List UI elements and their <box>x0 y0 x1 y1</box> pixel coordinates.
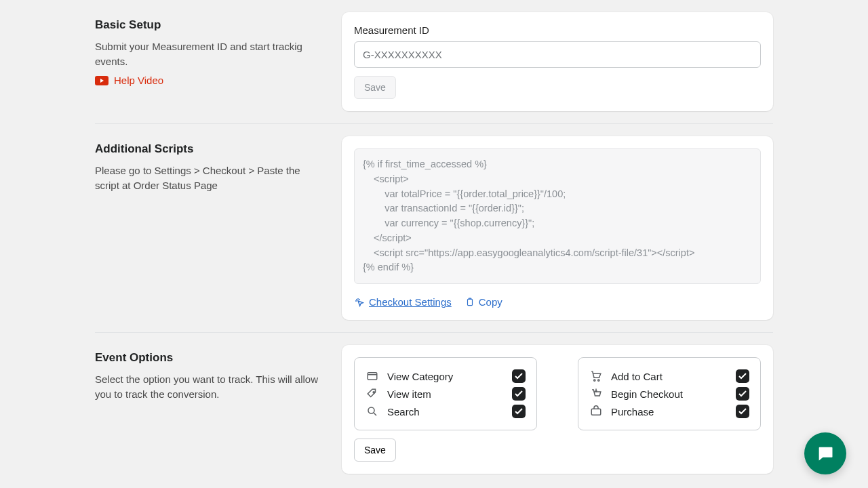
event-card-right: Add to Cart Begin Checkout <box>578 357 761 430</box>
code-line: {% endif %} <box>363 260 752 275</box>
event-view-item: View item <box>366 385 526 403</box>
svg-rect-1 <box>368 373 377 380</box>
code-line: <script> <box>363 172 752 187</box>
chat-icon <box>816 444 835 463</box>
scripts-card: {% if first_time_accessed %} <script> va… <box>342 136 773 320</box>
svg-point-2 <box>373 392 374 393</box>
events-save-button[interactable]: Save <box>354 439 396 462</box>
checkout-icon <box>589 387 603 401</box>
svg-point-4 <box>594 380 595 381</box>
cursor-click-icon <box>354 297 365 308</box>
help-video-link[interactable]: Help Video <box>95 75 163 86</box>
tag-icon <box>366 387 379 401</box>
basic-save-button[interactable]: Save <box>354 76 396 99</box>
event-card-left: View Category View item <box>354 357 537 430</box>
checkbox[interactable] <box>512 405 526 418</box>
scripts-desc: Please go to Settings > Checkout > Paste… <box>95 163 326 193</box>
section-additional-scripts: Additional Scripts Please go to Settings… <box>95 123 773 332</box>
checkbox[interactable] <box>512 369 526 383</box>
youtube-icon <box>95 76 108 85</box>
search-icon <box>366 405 379 418</box>
events-desc: Select the option you want to track. Thi… <box>95 372 326 402</box>
svg-rect-0 <box>467 299 472 305</box>
measurement-label: Measurement ID <box>354 24 761 36</box>
basic-title: Basic Setup <box>95 18 326 33</box>
checkbox[interactable] <box>736 405 749 418</box>
code-line: var totalPrice = "{{order.total_price}}"… <box>363 187 752 202</box>
measurement-card: Measurement ID Save <box>342 12 773 111</box>
event-purchase: Purchase <box>589 403 749 420</box>
section-event-options: Event Options Select the option you want… <box>95 332 773 486</box>
clipboard-icon <box>465 297 475 308</box>
event-search: Search <box>366 403 526 420</box>
event-add-to-cart: Add to Cart <box>589 367 749 385</box>
checkbox[interactable] <box>736 369 749 383</box>
event-view-category: View Category <box>366 367 526 385</box>
chat-fab[interactable] <box>804 432 846 474</box>
script-code-box: {% if first_time_accessed %} <script> va… <box>354 148 761 284</box>
svg-point-3 <box>368 407 374 413</box>
basic-desc: Submit your Measurement ID and start tra… <box>95 39 326 69</box>
events-card: View Category View item <box>342 345 773 474</box>
checkout-settings-link[interactable]: Checkout Settings <box>354 296 452 308</box>
svg-rect-6 <box>591 409 601 415</box>
copy-link[interactable]: Copy <box>465 296 502 308</box>
code-line: <script src="https://app.easygoogleanaly… <box>363 246 752 261</box>
code-line: var transactionId = "{{order.id}}"; <box>363 201 752 216</box>
checkbox[interactable] <box>512 387 526 401</box>
code-line: {% if first_time_accessed %} <box>363 157 752 172</box>
section-basic-setup: Basic Setup Submit your Measurement ID a… <box>95 0 773 123</box>
checkbox[interactable] <box>736 387 749 401</box>
category-icon <box>366 369 379 383</box>
scripts-title: Additional Scripts <box>95 142 326 157</box>
code-line: </script> <box>363 231 752 246</box>
cart-icon <box>589 369 603 383</box>
event-begin-checkout: Begin Checkout <box>589 385 749 403</box>
purchase-icon <box>589 405 603 418</box>
code-line: var currency = "{{shop.currency}}"; <box>363 216 752 231</box>
measurement-id-input[interactable] <box>354 41 761 68</box>
events-title: Event Options <box>95 350 326 365</box>
svg-point-5 <box>598 380 599 381</box>
